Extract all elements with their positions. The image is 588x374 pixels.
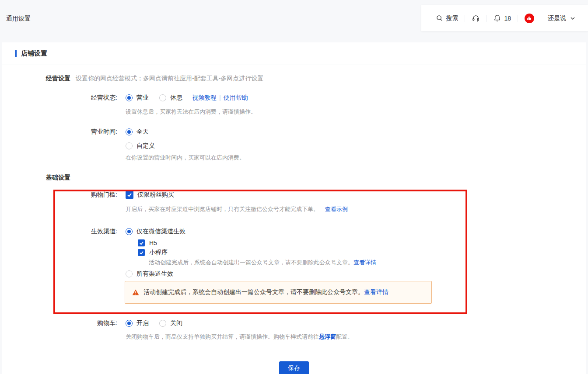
business-hours-row: 营业时间: 全天 bbox=[2, 128, 586, 136]
purchase-threshold-helper: 开启后，买家在对应渠道中浏览店铺时，只有关注微信公众号才能完成下单。 查看示例 bbox=[126, 205, 586, 213]
radio-all-channels[interactable]: 所有渠道生效 bbox=[126, 270, 173, 278]
promo-button[interactable] bbox=[518, 14, 541, 23]
radio-icon bbox=[159, 94, 166, 101]
business-hours-label: 营业时间: bbox=[2, 128, 117, 136]
purchase-threshold-row: 购物门槛: 仅限粉丝购买 bbox=[2, 191, 586, 199]
radio-cart-on[interactable]: 开启 bbox=[126, 319, 149, 327]
headset-icon bbox=[472, 14, 480, 22]
channel-helper: 活动创建完成后，系统会自动创建出一篇公众号文章，请不要删除此公众号文章。查看详情 bbox=[149, 259, 586, 267]
radio-custom-hours[interactable]: 自定义 bbox=[126, 142, 155, 150]
bell-icon bbox=[494, 14, 501, 22]
radio-wechat-only[interactable]: 仅在微信渠道生效 bbox=[126, 228, 186, 235]
shopping-cart-label: 购物车: bbox=[2, 319, 117, 327]
settings-card: 店铺设置 经营设置 设置你的网点经营模式；多网点请前往应用-配套工具-多网点进行… bbox=[2, 42, 586, 374]
basic-group-header: 基础设置 bbox=[46, 174, 586, 183]
notifications-button[interactable]: 18 bbox=[487, 14, 518, 22]
checkbox-checked-icon bbox=[138, 249, 145, 256]
business-group-desc: 设置你的网点经营模式；多网点请前往应用-配套工具-多网点进行设置 bbox=[76, 75, 263, 83]
checkbox-fans-only[interactable]: 仅限粉丝购买 bbox=[126, 191, 174, 199]
business-status-row: 经营状态: 营业 休息 视频教程|使用帮助 bbox=[2, 94, 586, 102]
business-hours-helper: 在你设置的营业时间内，买家可以在店内消费。 bbox=[126, 154, 586, 162]
radio-icon bbox=[126, 270, 133, 277]
section-accent-bar bbox=[15, 50, 17, 57]
radio-icon bbox=[126, 128, 133, 135]
checkbox-h5-label: H5 bbox=[149, 239, 157, 246]
video-tutorial-link[interactable]: 视频教程 bbox=[192, 94, 217, 101]
warning-text: 活动创建完成后，系统会自动创建出一篇公众号文章，请不要删除此公众号文章。查看详情 bbox=[144, 288, 388, 296]
business-group-title: 经营设置 bbox=[46, 75, 70, 83]
thumbs-up-badge-icon bbox=[525, 14, 534, 23]
checkbox-miniprogram-row[interactable]: 小程序 bbox=[138, 248, 586, 257]
checkbox-miniprogram-label: 小程序 bbox=[149, 249, 168, 256]
business-status-helper: 设置休息后，买家将无法在店内消费，请谨慎操作。 bbox=[126, 108, 586, 116]
purchase-threshold-label: 购物门槛: bbox=[2, 191, 117, 199]
section-title: 店铺设置 bbox=[21, 49, 47, 58]
save-button[interactable]: 保存 bbox=[279, 361, 309, 374]
support-button[interactable] bbox=[465, 14, 486, 22]
chevron-down-icon bbox=[570, 16, 575, 21]
radio-icon bbox=[126, 94, 133, 101]
business-status-label: 经营状态: bbox=[2, 94, 117, 102]
warning-details-link[interactable]: 查看详情 bbox=[364, 288, 388, 295]
all-channels-row: 所有渠道生效 bbox=[2, 270, 586, 278]
account-menu[interactable]: 还是说 bbox=[541, 14, 582, 22]
section-header: 店铺设置 bbox=[2, 42, 586, 65]
radio-business-rest[interactable]: 休息 bbox=[159, 94, 182, 102]
view-example-link[interactable]: 查看示例 bbox=[325, 206, 348, 212]
radio-icon bbox=[159, 320, 166, 327]
radio-business-open[interactable]: 营业 bbox=[126, 94, 149, 102]
basic-group-title: 基础设置 bbox=[46, 174, 70, 182]
business-group-header: 经营设置 设置你的网点经营模式；多网点请前往应用-配套工具-多网点进行设置 bbox=[46, 75, 586, 84]
account-name: 还是说 bbox=[548, 14, 566, 22]
header-toolbar: 搜索 18 还是说 bbox=[421, 5, 588, 31]
search-label: 搜索 bbox=[446, 14, 458, 22]
footer-bar: 保存 bbox=[2, 359, 586, 374]
top-header: 通用设置 搜索 18 还是说 bbox=[0, 0, 588, 42]
notification-count: 18 bbox=[504, 15, 511, 22]
page-title: 通用设置 bbox=[6, 15, 31, 23]
shopping-cart-row: 购物车: 开启 关闭 bbox=[2, 319, 586, 327]
radio-all-day[interactable]: 全天 bbox=[126, 128, 149, 136]
business-hours-custom-row: 自定义 bbox=[2, 142, 586, 150]
radio-icon bbox=[126, 142, 133, 149]
warning-banner: 活动创建完成后，系统会自动创建出一篇公众号文章，请不要删除此公众号文章。查看详情 bbox=[125, 281, 432, 304]
float-window-link[interactable]: 悬浮窗 bbox=[319, 333, 336, 340]
usage-help-link[interactable]: 使用帮助 bbox=[224, 94, 248, 101]
shopping-cart-helper: 关闭购物车后，商品仅支持单独购买并结算，请谨慎操作。购物车样式请前往悬浮窗配置。 bbox=[126, 333, 586, 341]
checkbox-checked-icon bbox=[126, 191, 133, 199]
view-details-link[interactable]: 查看详情 bbox=[354, 259, 376, 266]
settings-form: 经营设置 设置你的网点经营模式；多网点请前往应用-配套工具-多网点进行设置 经营… bbox=[2, 65, 586, 341]
effective-channel-label: 生效渠道: bbox=[2, 228, 117, 235]
link-divider: | bbox=[219, 94, 221, 101]
radio-icon bbox=[126, 320, 133, 327]
effective-channel-row: 生效渠道: 仅在微信渠道生效 bbox=[2, 228, 586, 235]
search-button[interactable]: 搜索 bbox=[430, 14, 465, 22]
radio-icon bbox=[126, 228, 133, 235]
checkbox-h5-row[interactable]: H5 bbox=[138, 239, 586, 247]
warning-triangle-icon bbox=[132, 289, 139, 296]
radio-cart-off[interactable]: 关闭 bbox=[159, 319, 182, 327]
search-icon bbox=[436, 15, 443, 21]
checkbox-checked-icon bbox=[138, 239, 145, 246]
